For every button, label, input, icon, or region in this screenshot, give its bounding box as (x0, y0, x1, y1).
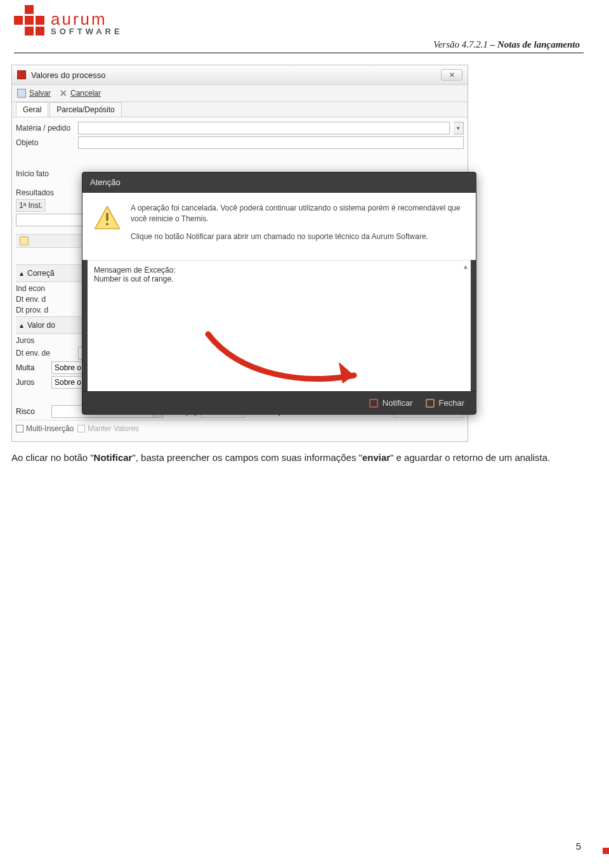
cancel-label: Cancelar (70, 89, 101, 98)
footer-square-icon (603, 848, 609, 854)
ind-econ-label: Ind econ (16, 284, 74, 293)
risco-label: Risco (16, 407, 48, 416)
tabs: Geral Parcela/Depósito (12, 102, 468, 117)
dt-env-d-label: Dt env. d (16, 295, 74, 304)
juros-label: Juros (16, 336, 74, 345)
multi-insercao-checkbox[interactable]: Multi-Inserção (16, 424, 74, 433)
manter-valores-label: Manter Valores (88, 424, 138, 433)
tab-parcela-deposito[interactable]: Parcela/Depósito (49, 102, 121, 117)
primeira-inst-label: 1ª Inst. (16, 199, 46, 212)
logo-text: aurum SOFTWARE (51, 11, 123, 36)
version-number: 4.7.2.1 (462, 39, 488, 49)
save-label: Salvar (29, 89, 51, 98)
materia-label: Matéria / pedido (16, 124, 74, 133)
dialog-body: A operação foi cancelada. Você poderá co… (82, 193, 476, 260)
doc-title: Notas de lançamento (497, 39, 580, 49)
exception-label: Mensagem de Exceção: (94, 266, 464, 275)
dialog-title: Atenção (82, 172, 476, 193)
logo-mark-icon (14, 5, 44, 36)
scroll-indicator-icon: ▲ (462, 263, 469, 270)
cancel-button[interactable]: ✕ Cancelar (60, 88, 101, 98)
close-icon (426, 399, 435, 408)
manter-valores-checkbox: Manter Valores (77, 424, 138, 433)
correcao-label: Correçã (27, 269, 55, 278)
multa-label: Multa (16, 363, 48, 372)
caption-pre: Ao clicar no botão " (11, 452, 94, 463)
objeto-label: Objeto (16, 138, 74, 147)
notify-label: Notificar (383, 398, 413, 408)
header-rule (14, 53, 584, 53)
version-line: Versão 4.7.2.1 – Notas de lançamento (14, 39, 584, 50)
materia-input[interactable] (78, 122, 450, 134)
caption-post: " e aguardar o retorno de um analista. (390, 452, 550, 463)
window-titlebar: Valores do processo ✕ (12, 65, 468, 85)
warning-icon (94, 204, 121, 231)
screenshot-window: Valores do processo ✕ Salvar ✕ Cancelar … (11, 65, 468, 442)
brand-sub: SOFTWARE (51, 27, 123, 36)
save-button[interactable]: Salvar (17, 89, 51, 98)
multi-insercao-label: Multi-Inserção (26, 424, 74, 433)
dialog-p2: Clique no botão Notificar para abrir um … (131, 231, 464, 242)
page-number: 5 (576, 841, 581, 852)
caption-text: Ao clicar no botão "Notificar", basta pr… (11, 451, 584, 465)
inicio-fato-label: Início fato (16, 169, 74, 178)
lock-icon (20, 236, 29, 245)
notify-button[interactable]: Notificar (369, 398, 413, 408)
dt-prov-d-label: Dt prov. d (16, 306, 74, 314)
app-icon (17, 70, 26, 79)
caption-bold-1: Notificar (94, 452, 133, 463)
valor-do-label: Valor do (27, 321, 55, 330)
svg-marker-3 (339, 362, 354, 384)
tab-geral[interactable]: Geral (16, 102, 48, 117)
svg-rect-1 (106, 213, 108, 221)
close-button[interactable]: Fechar (426, 398, 464, 408)
exception-message: Number is out of range. (94, 275, 464, 283)
toolbar: Salvar ✕ Cancelar (12, 85, 468, 102)
exception-box: Mensagem de Exceção: Number is out of ra… (88, 260, 471, 321)
notify-icon (369, 399, 378, 408)
caption-bold-2: enviar (362, 452, 390, 463)
brand-name: aurum (51, 11, 123, 27)
window-close-button[interactable]: ✕ (441, 69, 462, 81)
title-sep: – (488, 39, 497, 49)
window-title: Valores do processo (31, 70, 106, 80)
checkbox-icon (16, 425, 23, 432)
chevron-down-icon[interactable]: ▾ (454, 122, 464, 134)
page-header: aurum SOFTWARE Versão 4.7.2.1 – Notas de… (0, 0, 609, 65)
save-icon (17, 89, 26, 98)
svg-rect-2 (106, 223, 108, 226)
dt-env-de-label: Dt env. de (16, 349, 74, 358)
close-label: Fechar (439, 398, 464, 408)
objeto-input[interactable] (78, 136, 464, 149)
annotation-arrow (88, 321, 471, 391)
caption-mid: ", basta preencher os campos com suas in… (132, 452, 362, 463)
checkbox-icon (77, 425, 85, 432)
logo: aurum SOFTWARE (14, 5, 584, 36)
chevron-up-icon: ▴ (20, 321, 23, 330)
chevron-up-icon: ▴ (20, 269, 23, 278)
resultados-label: Resultados (16, 188, 74, 197)
dialog-p1: A operação foi cancelada. Você poderá co… (131, 203, 464, 225)
juros2-label: Juros (16, 378, 48, 387)
version-prefix: Versão (433, 39, 462, 49)
alert-dialog: Atenção A operação foi cancelada. Você p… (82, 172, 476, 415)
cancel-icon: ✕ (60, 88, 67, 98)
